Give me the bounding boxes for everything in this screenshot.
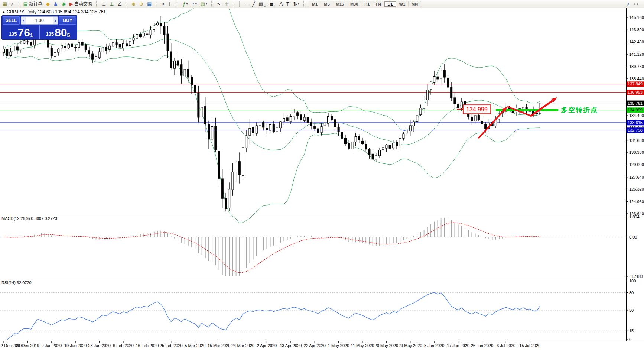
zoom-in-button[interactable]: ⊕ [130,0,137,8]
candle-body [375,156,377,160]
equidistant-channel-button[interactable]: ▨E [257,0,267,8]
rsi-tick-label: 80 [629,291,634,295]
templates-icon: ▨ [201,1,205,7]
new-chart-button[interactable]: ▦ [1,0,9,8]
candle-body [409,126,411,131]
date-label: 24 Mar 2020 [231,343,254,348]
indicators-button[interactable]: ƒ▾ [182,0,189,8]
timeframe-mn[interactable]: MN [409,1,421,7]
timeframe-m1[interactable]: M1 [309,1,321,7]
periods-button[interactable]: ◔▾ [190,0,198,8]
autotrading-button[interactable]: ▶自动交易 [68,0,94,8]
signals-icon: ◉ [62,1,66,7]
text-label-button[interactable]: T [285,0,291,8]
templates-button[interactable]: ▨▾ [199,0,209,8]
candle-body [478,115,479,120]
toolbar-separator [156,1,158,7]
candle-body [211,126,213,139]
candle-body [324,123,326,126]
date-label: 19 Jan 2020 [64,343,87,348]
signals-button[interactable]: ◉ [60,0,67,8]
sell-button[interactable]: SELL [3,16,20,25]
arrows-button[interactable]: ⇅▾ [292,0,301,8]
candle-body [170,52,172,68]
expert-advisors-button[interactable]: ◆ [45,0,51,8]
candle-body [88,51,90,54]
rsi-tick-label: 0 [629,337,631,342]
macd-tick-label: 0.00 [629,235,637,239]
volume-step-up[interactable]: ▲ [53,17,58,24]
new-order-button[interactable]: ▤新订单 [22,0,44,8]
candle-body [303,117,305,121]
candle-body [266,128,268,130]
horizontal-line-button[interactable]: ─ [244,0,250,8]
candle-body [481,121,483,124]
crosshair-button[interactable]: ✛ [223,0,230,8]
candle-body [423,100,425,109]
buy-button[interactable]: BUY [59,16,76,25]
timeframe-w1[interactable]: W1 [396,1,409,7]
chevron-down-icon[interactable]: ▾ [195,2,197,6]
chevron-down-icon[interactable]: ▾ [298,2,299,6]
candlestick-chart-icon: ⊥ [110,1,114,7]
price-tick-label: 138.440 [629,77,644,81]
volume-input[interactable] [26,17,53,24]
chart-shift-button[interactable]: ⊢ [167,0,175,8]
chevron-down-icon[interactable]: ▾ [206,2,207,6]
auto-scroll-button[interactable]: ⊳ [160,0,167,8]
text-button[interactable]: A [278,0,284,8]
trendline-button[interactable]: ╱ [251,0,257,8]
candle-body [112,43,114,46]
macd-label: MACD(12,26,9) 0.3007 0.2723 [1,216,57,221]
candle-body [85,45,87,50]
price-tick-label: 127.640 [629,175,644,179]
date-label: 22 Apr 2020 [304,343,326,348]
date-label: 6 Feb 2020 [113,343,134,348]
volume-step-down[interactable]: ▼ [21,17,26,24]
date-label: 31 Dec 2019 [16,343,39,348]
candle-body [95,57,97,59]
timeframe-d1[interactable]: D1 [384,1,396,7]
date-label: 5 Mar 2020 [185,343,205,348]
buy-price[interactable]: 135805 [40,25,77,39]
market-button[interactable]: ♟ [52,0,59,8]
community-button[interactable]: ◖◗ [632,0,641,8]
candle-body [447,78,449,87]
symbol-info: ▲GBPJPY-,Daily 134.608 135.894 134.334 1… [2,9,106,14]
fibonacci-button[interactable]: ≣F [268,0,277,8]
price-tick-label: 145.160 [629,15,644,20]
chart-canvas[interactable]: 多空转折点134.999MACD(12,26,9) 0.3007 0.2723R… [0,8,644,350]
price-tick-label: 124.960 [629,200,644,204]
timeframe-m15[interactable]: M15 [333,1,347,7]
candle-body [413,122,415,126]
toolbar-separator [233,1,235,7]
chevron-down-icon[interactable]: ▾ [186,2,188,6]
cursor-button[interactable]: ↖ [215,0,222,8]
timeframe-m5[interactable]: M5 [321,1,333,7]
timeframe-h4[interactable]: H4 [373,1,384,7]
candlestick-chart-button[interactable]: ⊥ [108,0,115,8]
candle-body [215,126,217,150]
search-button[interactable]: ⌕ [625,0,631,8]
timeframe-h1[interactable]: H1 [361,1,373,7]
date-label: 17 Jun 2020 [447,343,469,348]
bar-chart-button[interactable]: ⊥ [100,0,107,8]
candle-body [235,162,237,172]
candle-body [256,126,257,133]
candle-body [399,138,401,146]
candle-body [293,113,295,117]
line-chart-button[interactable]: ∠ [116,0,124,8]
tile-windows-button[interactable]: ▦ [146,0,153,8]
candle-body [177,61,179,65]
sell-price[interactable]: 135761 [3,25,40,39]
candle-body [307,117,309,123]
vertical-line-button[interactable]: │ [237,0,243,8]
chart-profile-button[interactable]: ⌕ [9,0,15,8]
toolbar-right-icons: ⌕◖◗ [625,0,643,8]
price-tag-text: 137.849 [628,82,643,86]
candle-body [160,23,162,26]
zoom-out-button[interactable]: ⊖ [138,0,145,8]
timeframe-m30[interactable]: M30 [347,1,361,7]
collapse-arrow-icon[interactable]: ▲ [2,10,5,13]
candle-body [123,43,124,48]
